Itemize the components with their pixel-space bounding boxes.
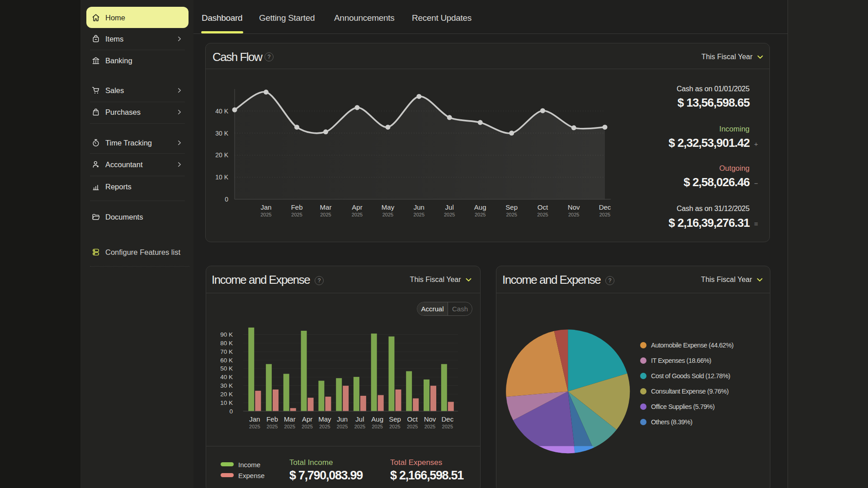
- svg-text:Jun: Jun: [414, 203, 425, 211]
- svg-text:Oct: Oct: [407, 415, 418, 423]
- svg-text:2025: 2025: [414, 212, 425, 217]
- svg-text:70 K: 70 K: [220, 348, 233, 355]
- svg-text:Apr: Apr: [302, 415, 312, 423]
- svg-text:30 K: 30 K: [220, 382, 233, 389]
- svg-text:2025: 2025: [425, 424, 435, 429]
- svg-text:Jan: Jan: [249, 415, 260, 423]
- svg-text:2025: 2025: [320, 212, 331, 217]
- svg-text:Sep: Sep: [389, 415, 401, 423]
- svg-text:2025: 2025: [382, 212, 393, 217]
- svg-text:2025: 2025: [354, 424, 365, 429]
- svg-text:60 K: 60 K: [220, 357, 233, 364]
- svg-text:20 K: 20 K: [215, 151, 228, 159]
- svg-text:2025: 2025: [599, 212, 610, 217]
- svg-text:Jun: Jun: [337, 415, 348, 423]
- svg-text:May: May: [318, 415, 331, 423]
- svg-text:2025: 2025: [337, 424, 348, 429]
- svg-text:Feb: Feb: [291, 203, 303, 211]
- svg-text:40 K: 40 K: [220, 374, 233, 380]
- svg-text:2025: 2025: [407, 424, 418, 429]
- svg-text:Mar: Mar: [320, 203, 332, 211]
- svg-text:Nov: Nov: [568, 203, 580, 211]
- svg-text:Jan: Jan: [260, 203, 271, 211]
- svg-text:30 K: 30 K: [215, 130, 228, 137]
- svg-text:Dec: Dec: [441, 415, 453, 423]
- svg-text:10 K: 10 K: [220, 399, 233, 406]
- svg-text:0: 0: [229, 408, 233, 415]
- svg-text:2025: 2025: [475, 212, 486, 217]
- svg-text:2025: 2025: [302, 424, 312, 429]
- svg-text:2025: 2025: [372, 424, 382, 429]
- svg-text:0: 0: [225, 196, 228, 203]
- svg-text:50 K: 50 K: [220, 365, 233, 372]
- svg-text:Dec: Dec: [599, 203, 611, 211]
- svg-text:20 K: 20 K: [220, 391, 233, 398]
- svg-text:Jul: Jul: [355, 415, 364, 423]
- svg-text:2025: 2025: [352, 212, 363, 217]
- svg-text:2025: 2025: [267, 424, 278, 429]
- svg-text:Jul: Jul: [445, 203, 454, 211]
- svg-text:2025: 2025: [291, 212, 302, 217]
- svg-text:2025: 2025: [389, 424, 400, 429]
- svg-text:80 K: 80 K: [220, 340, 233, 347]
- svg-text:Apr: Apr: [352, 203, 362, 211]
- svg-text:2025: 2025: [442, 424, 453, 429]
- svg-text:10 K: 10 K: [215, 174, 228, 181]
- svg-text:Aug: Aug: [371, 415, 383, 423]
- svg-text:2025: 2025: [506, 212, 517, 217]
- svg-text:Aug: Aug: [474, 203, 486, 211]
- svg-text:May: May: [382, 203, 395, 211]
- svg-text:Sep: Sep: [505, 203, 518, 211]
- svg-text:Nov: Nov: [424, 415, 436, 423]
- svg-text:90 K: 90 K: [220, 331, 233, 338]
- svg-text:2025: 2025: [444, 212, 455, 217]
- svg-text:2025: 2025: [319, 424, 330, 429]
- svg-text:2025: 2025: [249, 424, 260, 429]
- svg-text:Feb: Feb: [266, 415, 278, 423]
- svg-text:2025: 2025: [537, 212, 548, 217]
- svg-text:Mar: Mar: [284, 415, 296, 423]
- svg-text:40 K: 40 K: [215, 108, 228, 115]
- svg-text:2025: 2025: [568, 212, 579, 217]
- svg-text:2025: 2025: [284, 424, 295, 429]
- svg-text:Oct: Oct: [538, 203, 548, 211]
- svg-text:2025: 2025: [260, 212, 271, 217]
